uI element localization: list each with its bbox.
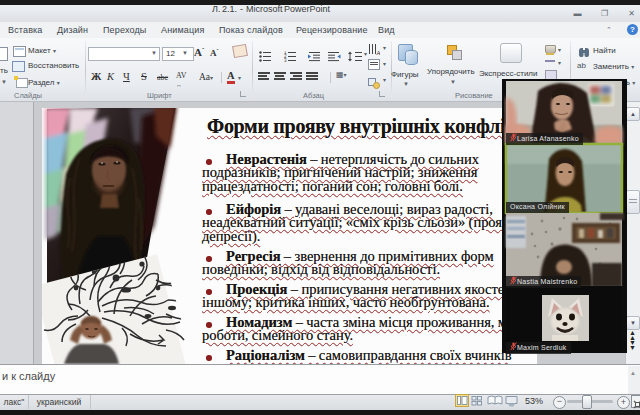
svg-text:3: 3 <box>284 58 287 62</box>
svg-text:A: A <box>376 49 380 56</box>
